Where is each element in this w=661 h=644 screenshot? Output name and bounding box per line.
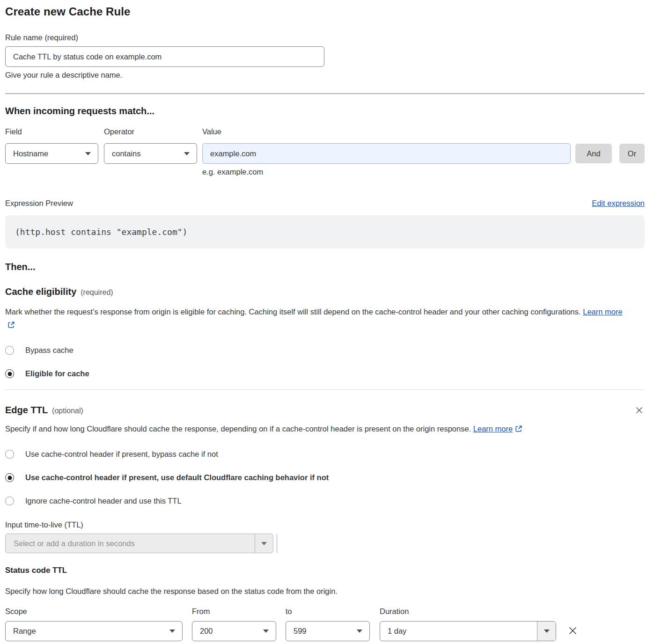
expression-code: (http.host contains "example.com") <box>15 227 187 237</box>
expression-preview-header: Expression Preview Edit expression <box>5 199 645 208</box>
match-heading: When incoming requests match... <box>5 106 645 117</box>
from-select-value: 200 <box>200 627 213 636</box>
field-select-value: Hostname <box>13 149 48 158</box>
edge-ttl-option-3-label: Ignore cache-control header and use this… <box>25 497 182 505</box>
edge-ttl-option-1-label: Use cache-control header if present, byp… <box>25 450 218 459</box>
rule-name-label: Rule name (required) <box>5 33 645 42</box>
match-condition-row: Field Hostname Operator contains Value A… <box>5 127 645 164</box>
to-column: to 599 <box>286 607 370 641</box>
chevron-down-icon <box>169 629 175 633</box>
cache-eligibility-learn-more-link[interactable]: Learn more <box>583 307 622 316</box>
scope-label: Scope <box>5 607 183 616</box>
value-label: Value <box>202 127 571 136</box>
chevron-down-icon[interactable] <box>537 622 556 641</box>
chevron-down-icon[interactable] <box>255 534 273 553</box>
edge-ttl-option-2-radio-row[interactable]: Use cache-control header if present, use… <box>5 473 645 482</box>
radio-unselected-icon[interactable] <box>5 346 14 355</box>
operator-label: Operator <box>104 127 197 136</box>
to-select[interactable]: 599 <box>286 621 370 641</box>
close-icon[interactable] <box>634 405 645 416</box>
text-cursor <box>276 534 278 553</box>
radio-selected-icon[interactable] <box>5 473 14 482</box>
edge-ttl-heading-group: Edge TTL (optional) <box>5 405 83 416</box>
value-input[interactable] <box>202 143 571 164</box>
expression-preview-label: Expression Preview <box>5 199 73 208</box>
edge-ttl-description: Specify if and how long Cloudflare shoul… <box>5 422 525 436</box>
remove-rule-icon[interactable] <box>566 624 579 637</box>
duration-select[interactable]: 1 day <box>380 621 556 641</box>
edge-ttl-description-text: Specify if and how long Cloudflare shoul… <box>5 424 471 433</box>
cache-eligibility-description: Mark whether the request’s response from… <box>5 305 628 332</box>
section-divider <box>5 93 645 94</box>
to-label: to <box>286 607 370 616</box>
from-label: From <box>192 607 276 616</box>
status-code-ttl-heading: Status code TTL <box>5 566 645 575</box>
chevron-down-icon <box>357 629 362 633</box>
eligible-for-cache-label: Eligible for cache <box>25 369 89 378</box>
operator-select[interactable]: contains <box>104 143 197 164</box>
eligible-for-cache-radio-row[interactable]: Eligible for cache <box>5 369 645 378</box>
create-cache-rule-page: Create new Cache Rule Rule name (require… <box>0 0 661 641</box>
external-link-icon <box>7 319 15 332</box>
edge-ttl-option-3-radio-row[interactable]: Ignore cache-control header and use this… <box>5 497 645 505</box>
then-heading: Then... <box>5 262 645 272</box>
operator-column: Operator contains <box>104 127 197 164</box>
ttl-input-row: Select or add a duration in seconds <box>5 534 645 553</box>
status-code-ttl-row: Scope Range From 200 to 599 Duration 1 d… <box>5 607 645 641</box>
chevron-down-icon <box>85 152 91 155</box>
expression-code-block: (http.host contains "example.com") <box>5 215 645 249</box>
radio-unselected-icon[interactable] <box>5 497 14 505</box>
chevron-down-icon <box>263 629 269 633</box>
chevron-down-icon <box>184 152 190 155</box>
rule-name-input[interactable] <box>5 46 324 67</box>
and-button[interactable]: And <box>575 144 612 163</box>
edge-ttl-heading: Edge TTL <box>5 405 48 416</box>
page-title: Create new Cache Rule <box>5 5 645 18</box>
status-code-ttl-description: Specify how long Cloudflare should cache… <box>5 585 628 598</box>
field-column: Field Hostname <box>5 127 98 164</box>
external-link-icon <box>515 423 522 436</box>
edge-ttl-header: Edge TTL (optional) <box>5 405 645 416</box>
edge-ttl-option-2-label: Use cache-control header if present, use… <box>25 473 329 482</box>
cache-eligibility-header: Cache eligibility (required) <box>5 286 645 297</box>
field-select[interactable]: Hostname <box>5 143 98 164</box>
ttl-input-label: Input time-to-live (TTL) <box>5 520 645 529</box>
operator-select-value: contains <box>112 149 140 158</box>
field-label: Field <box>5 127 98 136</box>
edge-ttl-learn-more-link[interactable]: Learn more <box>473 424 513 433</box>
duration-column: Duration 1 day <box>380 607 556 641</box>
from-select[interactable]: 200 <box>192 621 276 641</box>
cache-eligibility-description-text: Mark whether the request’s response from… <box>5 307 581 316</box>
bypass-cache-radio-row[interactable]: Bypass cache <box>5 346 645 355</box>
cache-eligibility-qualifier: (required) <box>81 288 113 297</box>
duration-select-value: 1 day <box>380 622 537 641</box>
value-column: Value <box>202 127 571 164</box>
or-button[interactable]: Or <box>619 144 645 163</box>
bypass-cache-label: Bypass cache <box>25 346 73 355</box>
scope-select-value: Range <box>13 627 36 636</box>
edit-expression-link[interactable]: Edit expression <box>592 199 645 208</box>
section-divider <box>5 389 645 390</box>
scope-column: Scope Range <box>5 607 183 641</box>
from-column: From 200 <box>192 607 276 641</box>
ttl-duration-placeholder: Select or add a duration in seconds <box>6 534 255 553</box>
edge-ttl-qualifier: (optional) <box>52 407 83 415</box>
scope-select[interactable]: Range <box>5 621 183 641</box>
duration-label: Duration <box>380 607 556 616</box>
edge-ttl-option-1-radio-row[interactable]: Use cache-control header if present, byp… <box>5 450 645 459</box>
radio-unselected-icon[interactable] <box>5 450 14 459</box>
to-select-value: 599 <box>294 627 307 636</box>
value-help: e.g. example.com <box>202 168 645 176</box>
rule-name-help: Give your rule a descriptive name. <box>5 71 645 80</box>
radio-selected-icon[interactable] <box>5 369 14 378</box>
cache-eligibility-heading: Cache eligibility <box>5 286 76 297</box>
ttl-duration-select[interactable]: Select or add a duration in seconds <box>5 534 273 553</box>
